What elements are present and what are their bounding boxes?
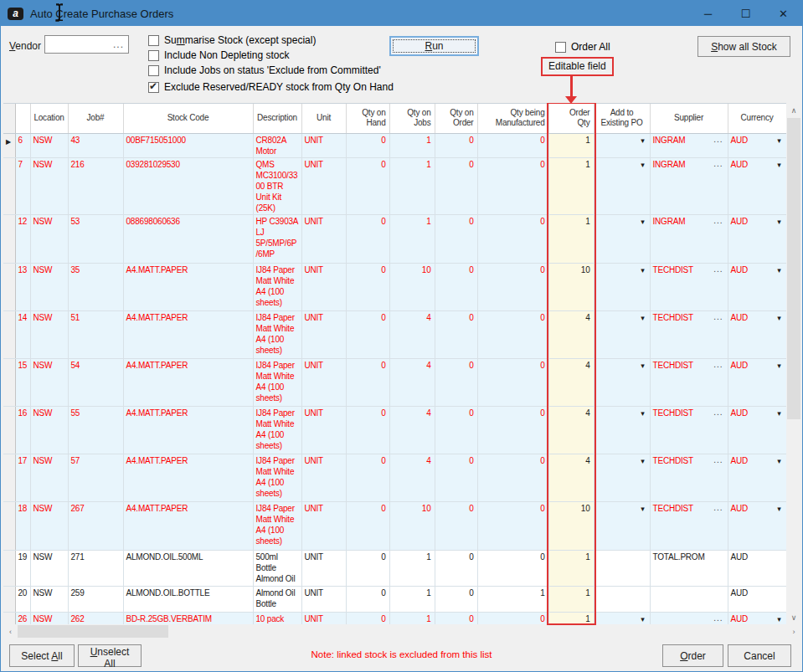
cell-qty_on_order[interactable]: 0 <box>435 406 477 454</box>
cell-qty_on_order[interactable]: 0 <box>435 214 477 263</box>
cell-job[interactable]: 271 <box>68 550 123 586</box>
cell-stock_code[interactable]: A4.MATT.PAPER <box>123 406 253 454</box>
dropdown-arrow-icon[interactable]: ▾ <box>777 504 780 515</box>
cell-currency[interactable]: AUD▾ <box>728 214 786 263</box>
column-header-job[interactable]: Job# <box>68 104 123 133</box>
cell-location[interactable]: NSW <box>30 133 68 157</box>
cell-supplier[interactable]: INGRAM... <box>650 133 728 157</box>
cell-qty_being_manufactured[interactable]: 1 <box>477 586 548 612</box>
close-button[interactable]: ✕ <box>764 1 802 26</box>
cell-job[interactable]: 259 <box>68 586 123 612</box>
cell-location[interactable]: NSW <box>30 157 68 214</box>
cell-description[interactable]: IJ84 Paper Matt White A4 (100 sheets) <box>253 501 301 550</box>
checkbox-box-checked[interactable] <box>148 82 159 93</box>
cell-qty_on_hand[interactable]: 0 <box>346 612 389 624</box>
cell-qty_on_order[interactable]: 0 <box>435 501 477 550</box>
cell-order_qty[interactable]: 10 <box>548 501 594 550</box>
cell-description[interactable]: IJ84 Paper Matt White A4 (100 sheets) <box>253 310 301 358</box>
cell-unit[interactable]: UNIT <box>301 358 346 406</box>
dropdown-arrow-icon[interactable]: ▾ <box>641 136 644 146</box>
cell-qty_on_jobs[interactable]: 1 <box>389 550 435 586</box>
cell-description[interactable]: 500ml Bottle Almond Oil <box>253 550 301 586</box>
cell-qty_being_manufactured[interactable]: 0 <box>477 310 548 358</box>
vertical-scroll-thumb[interactable] <box>787 118 800 419</box>
order-button[interactable]: Order <box>662 644 723 667</box>
run-button[interactable]: Run <box>389 36 479 56</box>
cell-qty_being_manufactured[interactable]: 0 <box>477 157 548 214</box>
cell-order_qty[interactable]: 1 <box>548 133 594 157</box>
cell-qty_on_hand[interactable]: 0 <box>346 358 389 406</box>
cell-qty_on_order[interactable]: 0 <box>435 454 477 501</box>
checkbox-include-non-depleting[interactable]: Include Non Depleting stock <box>148 49 289 61</box>
cell-qty_on_hand[interactable]: 0 <box>346 310 389 358</box>
column-header-indicator[interactable] <box>3 104 15 133</box>
dropdown-arrow-icon[interactable]: ▾ <box>641 361 644 372</box>
checkbox-include-jobs-status[interactable]: Include Jobs on status 'Exclude from Com… <box>148 64 381 76</box>
cell-qty_being_manufactured[interactable]: 0 <box>477 550 548 586</box>
checkbox-order-all[interactable]: Order All <box>555 41 610 53</box>
cell-qty_on_order[interactable]: 0 <box>435 310 477 358</box>
cell-qty_on_order[interactable]: 0 <box>435 263 477 310</box>
cell-order_qty[interactable]: 4 <box>548 310 594 358</box>
scroll-down-icon[interactable]: ∨ <box>786 610 801 624</box>
cell-location[interactable]: NSW <box>30 586 68 612</box>
checkbox-box[interactable] <box>148 50 159 61</box>
cell-description[interactable]: CR802A Motor <box>253 133 301 157</box>
checkbox-box[interactable] <box>148 65 159 76</box>
cell-num[interactable]: 7 <box>15 157 30 214</box>
cell-num[interactable]: 12 <box>15 214 30 263</box>
cell-num[interactable]: 16 <box>15 406 30 454</box>
cell-stock_code[interactable]: A4.MATT.PAPER <box>123 358 253 406</box>
cell-stock_code[interactable]: ALMOND.OIL.500ML <box>123 550 253 586</box>
cell-stock_code[interactable]: 00BF715051000 <box>123 133 253 157</box>
cell-qty_on_order[interactable]: 0 <box>435 550 477 586</box>
dropdown-arrow-icon[interactable]: ▾ <box>777 361 780 372</box>
checkbox-box[interactable] <box>148 35 159 46</box>
column-header-qty_on_order[interactable]: Qty on Order <box>435 104 477 133</box>
supplier-lookup-icon[interactable]: ... <box>713 215 723 226</box>
dropdown-arrow-icon[interactable]: ▾ <box>777 160 780 171</box>
cell-qty_on_hand[interactable]: 0 <box>346 501 389 550</box>
cell-qty_on_hand[interactable]: 0 <box>346 454 389 501</box>
cell-location[interactable]: NSW <box>30 454 68 501</box>
minimize-button[interactable]: ─ <box>689 1 727 26</box>
cell-description[interactable]: IJ84 Paper Matt White A4 (100 sheets) <box>253 406 301 454</box>
horizontal-scroll-thumb[interactable] <box>18 625 168 638</box>
checkbox-exclude-reserved[interactable]: Exclude Reserved/READY stock from Qty On… <box>148 81 394 93</box>
cell-num[interactable]: 17 <box>15 454 30 501</box>
supplier-lookup-icon[interactable]: ... <box>713 454 723 465</box>
title-bar[interactable]: a Auto Create Purchase Orders ─ ☐ ✕ <box>1 1 802 26</box>
cell-unit[interactable]: UNIT <box>301 406 346 454</box>
cell-supplier[interactable]: TOTAL.PROM <box>650 550 728 586</box>
dropdown-arrow-icon[interactable]: ▾ <box>641 456 644 467</box>
cell-unit[interactable]: UNIT <box>301 550 346 586</box>
cell-num[interactable]: 15 <box>15 358 30 406</box>
cell-add_to_existing_po[interactable]: ▾ <box>594 358 650 406</box>
cell-num[interactable]: 26 <box>15 612 30 624</box>
cell-currency[interactable]: AUD▾ <box>728 358 786 406</box>
cancel-button[interactable]: Cancel <box>728 644 791 667</box>
cell-location[interactable]: NSW <box>30 501 68 550</box>
vendor-input[interactable] <box>45 37 113 52</box>
cell-job[interactable]: 35 <box>68 263 123 310</box>
cell-num[interactable]: 13 <box>15 263 30 310</box>
cell-qty_on_jobs[interactable]: 1 <box>389 586 435 612</box>
cell-stock_code[interactable]: A4.MATT.PAPER <box>123 310 253 358</box>
cell-num[interactable]: 19 <box>15 550 30 586</box>
cell-job[interactable]: 53 <box>68 214 123 263</box>
column-header-currency[interactable]: Currency <box>728 104 786 133</box>
cell-currency[interactable]: AUD▾ <box>728 612 786 624</box>
cell-qty_being_manufactured[interactable]: 0 <box>477 133 548 157</box>
cell-location[interactable]: NSW <box>30 550 68 586</box>
supplier-lookup-icon[interactable]: ... <box>713 264 723 274</box>
cell-qty_being_manufactured[interactable]: 0 <box>477 263 548 310</box>
cell-currency[interactable]: AUD▾ <box>728 310 786 358</box>
cell-unit[interactable]: UNIT <box>301 214 346 263</box>
cell-qty_on_jobs[interactable]: 1 <box>389 133 435 157</box>
cell-supplier[interactable]: TECHDIST... <box>650 406 728 454</box>
cell-order_qty[interactable]: 4 <box>548 406 594 454</box>
cell-description[interactable]: 10 pack BD-R 25Gb <box>253 612 301 624</box>
supplier-lookup-icon[interactable]: ... <box>713 613 723 623</box>
column-header-description[interactable]: Description <box>253 104 301 133</box>
cell-qty_on_order[interactable]: 0 <box>435 586 477 612</box>
